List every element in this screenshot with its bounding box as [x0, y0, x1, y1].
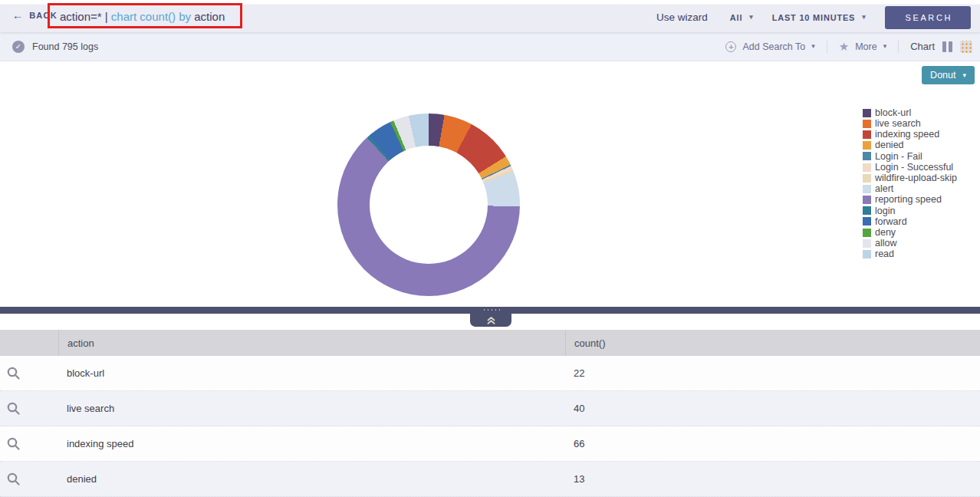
search-button[interactable]: SEARCH	[885, 6, 971, 29]
legend-item[interactable]: read	[863, 248, 957, 259]
query-text-plain: action=* |	[60, 10, 111, 23]
donut-chart[interactable]	[337, 114, 520, 296]
legend-item[interactable]: allow	[863, 238, 957, 248]
magnifier-icon	[6, 366, 21, 380]
table-header-icon-column	[0, 330, 58, 356]
toolbar-actions: + Add Search To ▾ ★ More ▾ Chart	[725, 40, 972, 54]
legend-item[interactable]: indexing speed	[863, 129, 957, 140]
chart-type-label: Donut	[930, 70, 955, 81]
legend-swatch	[863, 196, 871, 204]
back-label: BACK	[29, 11, 58, 20]
more-label: More	[855, 41, 876, 52]
legend-item[interactable]: deny	[863, 227, 957, 238]
magnifier-icon	[6, 401, 21, 416]
search-status: ✓ Found 795 logs	[12, 41, 98, 53]
table-header-count: count()	[565, 330, 980, 356]
magnifier-icon	[6, 436, 21, 451]
legend-swatch	[863, 130, 871, 139]
chevron-down-icon: ▾	[862, 14, 866, 21]
bar-chart-view-icon[interactable]	[941, 40, 954, 54]
legend-item[interactable]: wildfire-upload-skip	[863, 173, 957, 183]
grid-view-icon[interactable]	[960, 41, 972, 53]
legend-item[interactable]: login	[863, 206, 957, 216]
legend-label: Login - Fail	[875, 152, 922, 162]
query-text-operator: chart count() by	[111, 10, 194, 23]
legend-label: allow	[875, 239, 897, 248]
table-cell-action: indexing speed	[58, 438, 565, 449]
legend-item[interactable]: Login - Fail	[863, 151, 957, 162]
magnifier-icon	[6, 472, 21, 486]
legend-label: block-url	[875, 108, 911, 118]
use-wizard-link[interactable]: Use wizard	[656, 12, 708, 23]
legend-label: denied	[875, 140, 904, 150]
legend-swatch	[863, 174, 871, 183]
collapse-panel-button[interactable]	[470, 314, 511, 327]
legend-swatch	[863, 206, 871, 215]
legend-label: live search	[875, 119, 921, 129]
chevron-down-icon: ▾	[749, 14, 753, 21]
chart-panel: Donut ▾ block-urllive searchindexing spe…	[0, 61, 980, 307]
table-cell-action: block-url	[58, 367, 565, 379]
toolbar-separator	[898, 41, 899, 53]
topbar-controls: Use wizard All ▾ LAST 10 MINUTES ▾ SEARC…	[656, 0, 980, 32]
legend-label: wildfire-upload-skip	[875, 173, 957, 183]
legend-swatch	[863, 229, 871, 237]
view-switcher: Chart	[910, 40, 972, 54]
table-cell-count: 22	[565, 367, 980, 379]
add-search-to-dropdown[interactable]: + Add Search To ▾	[725, 41, 814, 52]
legend-item[interactable]: denied	[863, 140, 957, 151]
scope-dropdown[interactable]: All ▾	[730, 13, 754, 22]
table-header-row: action count()	[0, 330, 980, 356]
status-text: Found 795 logs	[32, 41, 98, 52]
chevron-down-icon: ▾	[883, 43, 887, 50]
row-drilldown-search-button[interactable]	[0, 426, 58, 461]
row-drilldown-search-button[interactable]	[0, 356, 58, 390]
chart-view-label: Chart	[910, 41, 935, 52]
check-circle-icon: ✓	[12, 41, 25, 53]
legend-item[interactable]: Login - Successful	[863, 162, 957, 173]
time-range-dropdown[interactable]: LAST 10 MINUTES ▾	[772, 13, 867, 22]
legend-swatch	[863, 250, 871, 258]
star-icon: ★	[839, 41, 849, 52]
legend-item[interactable]: block-url	[863, 107, 957, 118]
double-chevron-up-icon	[486, 316, 496, 324]
table-cell-count: 40	[565, 403, 980, 414]
legend-label: read	[875, 249, 894, 259]
legend-item[interactable]: live search	[863, 118, 957, 129]
chart-legend: block-urllive searchindexing speeddenied…	[863, 107, 957, 260]
legend-swatch	[863, 239, 871, 248]
query-text-field: action	[194, 10, 225, 23]
table-row: denied13	[0, 462, 980, 497]
chevron-down-icon: ▾	[962, 72, 966, 79]
back-button[interactable]: ← BACK	[12, 10, 58, 21]
table-header-action: action	[58, 330, 565, 356]
legend-item[interactable]: alert	[863, 183, 957, 194]
time-range-label: LAST 10 MINUTES	[772, 13, 856, 22]
legend-item[interactable]: reporting speed	[863, 195, 957, 206]
drag-handle-dots-icon	[482, 308, 500, 311]
results-toolbar: ✓ Found 795 logs + Add Search To ▾ ★ Mor…	[0, 32, 980, 61]
legend-swatch	[863, 109, 871, 117]
back-arrow-icon: ←	[12, 10, 24, 21]
legend-label: Login - Successful	[875, 163, 953, 173]
top-bar: ← BACK action=* | chart count() by actio…	[0, 0, 980, 32]
chart-type-dropdown[interactable]: Donut ▾	[922, 66, 975, 84]
plus-circle-icon: +	[725, 41, 736, 52]
more-dropdown[interactable]: ★ More ▾	[839, 41, 886, 52]
row-drilldown-search-button[interactable]	[0, 462, 58, 496]
toolbar-separator	[827, 41, 827, 53]
legend-swatch	[863, 217, 871, 225]
search-query-input[interactable]: action=* | chart count() by action	[60, 0, 225, 32]
table-row: block-url22	[0, 356, 980, 391]
legend-label: reporting speed	[875, 195, 942, 205]
scope-dropdown-label: All	[730, 13, 742, 22]
legend-label: indexing speed	[875, 130, 939, 140]
legend-item[interactable]: forward	[863, 216, 957, 227]
legend-label: alert	[875, 184, 893, 194]
table-cell-action: live search	[58, 403, 565, 414]
row-drilldown-search-button[interactable]	[0, 391, 58, 426]
chevron-down-icon: ▾	[811, 43, 815, 50]
panel-divider[interactable]	[0, 307, 980, 314]
legend-label: deny	[875, 228, 896, 238]
legend-swatch	[863, 163, 871, 172]
